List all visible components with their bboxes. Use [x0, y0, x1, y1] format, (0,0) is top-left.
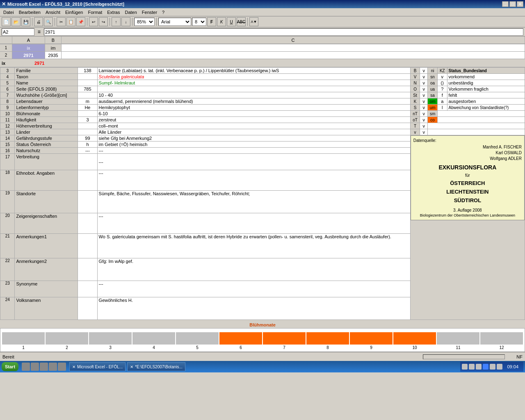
cell-num-familie[interactable]: 138 [78, 68, 97, 74]
cell-num-haufigkeit[interactable]: 3 [78, 117, 97, 123]
cell-value-haufigkeit[interactable]: zerstreut [97, 117, 410, 123]
cell-label-anmerkungen2[interactable]: Anmerkungen2 [15, 258, 78, 281]
cell-label-taxon[interactable]: Taxon [15, 74, 78, 80]
cell-value-synonyme[interactable]: --- [97, 281, 410, 297]
cell-label-bluhmonate[interactable]: Blühmonate [15, 111, 78, 117]
cell-value-gefahrdung[interactable]: siehe Gfg bei Anmerkung2 [97, 135, 410, 142]
cell-value-anmerkungen2[interactable]: Gfg: Im wAlp gef. [97, 258, 410, 281]
cell-c2[interactable] [62, 52, 525, 59]
cell-num-seite[interactable]: 785 [78, 86, 97, 92]
cell-label-lebenformentyp[interactable]: Lebenformentyp [15, 105, 78, 111]
cell-label-ethnobot[interactable]: Ethnobot. Angaben [15, 170, 78, 191]
start-button[interactable]: Start [2, 362, 18, 371]
cell-num-bluhmonate[interactable] [78, 111, 97, 117]
cell-value-lebensdauer[interactable]: ausdauernd, perennierend (mehrmals blühe… [97, 98, 410, 105]
cell-code-naturschutz[interactable]: --- [78, 148, 97, 154]
horizontal-scrollbar[interactable] [423, 354, 505, 359]
cell-label-wuchshohe[interactable]: Wuchshöhe (-Größe)[cm] [15, 92, 78, 98]
bold-button[interactable]: F [207, 17, 216, 26]
cell-label-verbreitung[interactable]: Verbreitung [15, 154, 78, 170]
menu-extras[interactable]: Extras [105, 9, 122, 16]
cell-label-standorte[interactable]: Standorte [15, 191, 78, 213]
tray-icon-4[interactable] [483, 364, 488, 370]
menu-format[interactable]: Format [85, 9, 105, 16]
cell-value-wuchshohe[interactable]: 10 - 40 [97, 92, 410, 98]
cell-num-wuchshohe[interactable] [78, 92, 97, 98]
cell-code-lebensdauer[interactable]: m [78, 98, 97, 105]
cell-a1[interactable]: ix [12, 44, 45, 52]
cell-num-standorte[interactable] [78, 191, 97, 213]
quicklaunch-icon-1[interactable] [22, 363, 30, 371]
cell-num-synonyme[interactable] [78, 281, 97, 297]
menu-daten[interactable]: Daten [122, 9, 139, 16]
cell-num-anmerkungen2[interactable] [78, 258, 97, 281]
cell-label-anmerkungen1[interactable]: Anmerkungen1 [15, 234, 78, 258]
tray-icon-5[interactable] [490, 364, 495, 370]
tray-icon-3[interactable] [476, 364, 482, 370]
cell-num-volksnamen[interactable] [78, 297, 97, 320]
cell-b2[interactable]: 2935 [45, 52, 62, 59]
menu-bearbeiten[interactable]: Bearbeiten [16, 9, 43, 16]
cell-num-verbreitung[interactable] [78, 154, 97, 170]
cell-value-bluhmonate[interactable]: 6-10 [97, 111, 410, 117]
font-combo[interactable]: Arial [158, 18, 191, 26]
cut-button[interactable]: ✂ [57, 17, 66, 26]
save-button[interactable]: 💾 [21, 17, 30, 26]
zoom-combo[interactable]: 85% 100% [134, 18, 155, 26]
cell-label-gefahrdung[interactable]: Gefährdungsstufe [15, 135, 78, 142]
open-button[interactable]: 📂 [11, 17, 21, 26]
menu-fenster[interactable]: Fenster [139, 9, 160, 16]
cell-value-ethnobot[interactable]: --- [97, 170, 410, 191]
cell-label-zeiger[interactable]: Zeigereigenschaften [15, 213, 78, 234]
cell-label-synonyme[interactable]: Synonyme [15, 281, 78, 297]
tray-icon-2[interactable] [469, 364, 475, 370]
minimize-button[interactable]: _ [502, 1, 509, 7]
cell-value-taxon[interactable]: Scutellaria galericulata [97, 74, 410, 80]
redo-button[interactable]: ↪ [99, 17, 108, 26]
cell-a2[interactable]: 2971 [12, 52, 45, 59]
cell-value-lander[interactable]: Alle Länder [97, 129, 410, 135]
cell-code-status-osterreich[interactable]: h [78, 142, 97, 148]
print-button[interactable]: 🖨 [34, 17, 43, 26]
formula-input[interactable]: 2971 [44, 28, 523, 36]
close-button[interactable]: × [517, 1, 523, 7]
cell-value-seite[interactable] [97, 86, 410, 92]
cell-value-familie[interactable]: Lamiaceae (Labiatae) s. lat. (inkl. Verb… [97, 68, 410, 74]
cell-value-hohenverbreitung[interactable]: coll–mont [97, 123, 410, 129]
cell-label-name[interactable]: Name [15, 80, 78, 86]
cell-value-status-osterreich[interactable]: im Gebiet (=Ö) heimisch [97, 142, 410, 148]
tray-icon-6[interactable] [497, 364, 502, 370]
cell-b1[interactable]: im [45, 44, 62, 52]
sort-asc-button[interactable]: ↑ [112, 17, 121, 26]
cell-reference[interactable]: A2 [2, 28, 34, 36]
menu-einfugen[interactable]: Einfügen [63, 9, 85, 16]
cell-num-name[interactable] [78, 80, 97, 86]
cell-label-familie[interactable]: Familie [15, 68, 78, 74]
italic-button[interactable]: K [217, 17, 226, 26]
cell-label-haufigkeit[interactable]: Häufigkeit [15, 117, 78, 123]
quicklaunch-icon-2[interactable] [31, 363, 39, 371]
underline-button[interactable]: U [227, 17, 236, 26]
cell-value-name[interactable]: Sumpf- Helmkraut [97, 80, 410, 86]
fontsize-combo[interactable]: 8 [192, 18, 206, 26]
cell-value-volksnamen[interactable]: Gewöhnliches H. [97, 297, 410, 320]
sort-desc-button[interactable]: ↓ [121, 17, 130, 26]
cell-label-naturschutz[interactable]: Naturschutz [15, 148, 78, 154]
print-preview-button[interactable]: 🔍 [44, 17, 53, 26]
quicklaunch-icon-4[interactable] [49, 363, 57, 371]
copy-button[interactable]: 📋 [66, 17, 75, 26]
menu-ansicht[interactable]: Ansicht [43, 9, 63, 16]
cell-num-anmerkungen1[interactable] [78, 234, 97, 258]
cell-value-zeiger[interactable]: --- [97, 213, 410, 234]
cell-label-volksnamen[interactable]: Volksnamen [15, 297, 78, 320]
cell-num-gefahrdung[interactable]: 99 [78, 135, 97, 142]
cell-num-zeiger[interactable] [78, 213, 97, 234]
cell-label-seite[interactable]: Seite (EFÖLS 2008) [15, 86, 78, 92]
cell-c1[interactable] [62, 44, 525, 52]
color-button[interactable]: A▼ [249, 17, 258, 26]
cell-value-anmerkungen1[interactable]: Wo S. galericulata gemeinsam mit S. hast… [97, 234, 410, 258]
paste-button[interactable]: 📌 [76, 17, 85, 26]
tray-icon-1[interactable] [462, 364, 468, 370]
maximize-button[interactable]: □ [509, 1, 516, 7]
cell-value-verbreitung[interactable]: --- [97, 154, 410, 170]
